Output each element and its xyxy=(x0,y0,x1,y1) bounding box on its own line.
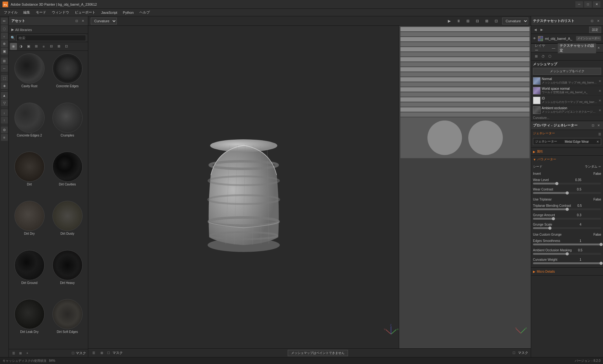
list-item[interactable]: Concrete Edges xyxy=(49,53,85,101)
parameters-section-header[interactable]: ▼ パラメーター xyxy=(533,156,601,163)
param-triplanar-contrast-track[interactable] xyxy=(533,208,601,210)
menu-help[interactable]: ヘルプ xyxy=(137,9,152,15)
tex-settings-btn[interactable]: 設定 xyxy=(589,27,601,33)
asset-half-circle[interactable]: ◑ xyxy=(18,43,24,50)
param-wear-level-track[interactable] xyxy=(533,183,601,185)
tex-nav-forward[interactable]: ▶ xyxy=(539,27,544,32)
normal-map-close[interactable]: ✕ xyxy=(599,79,601,83)
asset-extra[interactable]: ⊡ xyxy=(63,43,70,50)
ao-map-close[interactable]: ✕ xyxy=(599,109,601,112)
viewport-2d-btn[interactable]: ⊟ xyxy=(474,18,481,24)
list-item[interactable]: Dirt Heavy xyxy=(49,250,85,297)
tex-nav-back[interactable]: ◀ xyxy=(533,27,538,32)
export-btn[interactable]: ↑ xyxy=(1,117,8,124)
micro-details-header[interactable]: ▶ Micro Details xyxy=(533,268,601,275)
menu-mode[interactable]: モード xyxy=(33,9,49,15)
asset-list-btn[interactable]: ☰ xyxy=(11,351,16,356)
tex-set-item[interactable]: 👁 mt_obj_barrel_A_ メインシェーダー xyxy=(531,34,603,43)
param-grunge-scale-track[interactable] xyxy=(533,227,601,229)
viewport-layout-btn[interactable]: ⊡ xyxy=(493,18,500,24)
import-btn[interactable]: ↓ xyxy=(1,109,8,116)
list-item[interactable]: Dirt Ground xyxy=(11,250,47,297)
id-map-close[interactable]: ✕ xyxy=(599,99,601,102)
bake-button[interactable]: メッシュマップをベイク xyxy=(533,68,601,75)
smudge-tool[interactable]: ⬦ xyxy=(1,33,8,40)
search-input[interactable] xyxy=(16,35,86,41)
param-curvature-weight-track[interactable] xyxy=(533,262,601,264)
param-wear-contrast-track[interactable] xyxy=(533,192,601,194)
minimize-button[interactable]: ─ xyxy=(575,1,583,8)
asset-list-view[interactable]: ≡ xyxy=(40,43,47,50)
viewport-3d-btn[interactable]: ⊞ xyxy=(464,18,471,24)
list-item[interactable]: Dirt Soft Edges xyxy=(49,299,85,346)
prop-panel-dock[interactable]: ⊡ xyxy=(590,123,595,128)
prop-panel-close[interactable]: ✕ xyxy=(596,123,601,128)
color-picker[interactable]: ⬚ xyxy=(1,75,8,82)
ws-normal-map-close[interactable]: ✕ xyxy=(599,89,601,93)
fill-tool[interactable]: ▣ xyxy=(1,48,8,55)
settings-tool[interactable]: ⚙ xyxy=(1,126,8,133)
list-item[interactable]: Dirt Dry xyxy=(11,201,47,248)
layer-ctrl-cube[interactable]: ⬡ xyxy=(547,53,553,60)
layer-tab-close[interactable]: ✕ xyxy=(597,46,600,50)
attributes-section-header[interactable]: ▶ 属性 xyxy=(533,148,601,155)
layer-down[interactable]: ▽ xyxy=(1,99,8,106)
asset-detail-view[interactable]: ⊠ xyxy=(55,43,62,50)
generator-list-btn[interactable]: ☰ xyxy=(598,132,601,136)
curvature-dropdown-left[interactable]: Curvature xyxy=(91,18,117,24)
clone-tool[interactable]: ⊕ xyxy=(1,40,8,47)
texture-set-settings-tab[interactable]: テクスチャセットの設定 xyxy=(558,43,596,53)
curvature-dropdown-right[interactable]: Curvature xyxy=(502,18,528,24)
asset-texture-view[interactable]: ⊞ xyxy=(33,43,40,50)
close-button[interactable]: ✕ xyxy=(593,1,600,8)
list-item[interactable]: Dirt xyxy=(11,152,47,199)
menu-edit[interactable]: 編集 xyxy=(21,9,33,15)
stripe-row xyxy=(400,72,530,77)
param-grunge-amount-track[interactable] xyxy=(533,218,601,220)
tex-set-dock[interactable]: ⊡ xyxy=(589,18,595,24)
menu-python[interactable]: Python xyxy=(120,10,136,15)
menu-javascript[interactable]: JavaScript xyxy=(99,10,120,15)
asset-circle-view[interactable]: ◉ xyxy=(10,43,17,50)
asset-add-btn[interactable]: + xyxy=(24,351,30,356)
viewport-split-btn[interactable]: ⊠ xyxy=(483,18,490,24)
bottom-grid-btn[interactable]: ⊞ xyxy=(99,350,105,356)
bottom-list-btn[interactable]: ☰ xyxy=(91,350,96,356)
layer-tab[interactable]: レイヤー xyxy=(533,43,549,53)
layer-up[interactable]: ▲ xyxy=(1,92,8,99)
generator-close-btn[interactable]: ✕ xyxy=(596,140,599,143)
param-edges-smoothness-track[interactable] xyxy=(533,244,601,245)
viewport-3d-main[interactable]: X Y Z xyxy=(88,26,399,348)
eraser-tool[interactable]: ◌ xyxy=(1,25,8,32)
asset-grid-view[interactable]: ⊟ xyxy=(48,43,55,50)
param-ao-masking-track[interactable] xyxy=(533,253,601,255)
window-controls[interactable]: ─ □ ✕ xyxy=(575,1,600,8)
asset-square-view[interactable]: ▣ xyxy=(25,43,32,50)
asset-grid-btn[interactable]: ⊞ xyxy=(18,351,23,356)
list-item[interactable]: Dirt Dusty xyxy=(49,201,85,248)
param-seed-edit[interactable]: ✏ xyxy=(599,165,601,168)
asset-panel-close[interactable]: ✕ xyxy=(80,19,85,24)
menu-window[interactable]: ウィンドウ xyxy=(49,9,72,15)
material-picker[interactable]: ◈ xyxy=(1,82,8,89)
layer-ctrl-clock[interactable]: ⏱ xyxy=(540,53,546,60)
extra-tool[interactable]: ≡ xyxy=(1,134,8,141)
selection-tool[interactable]: ⊞ xyxy=(1,57,8,64)
list-item[interactable]: Dirt Leak Dry xyxy=(11,299,47,346)
list-item[interactable]: Dirt Cavities xyxy=(49,152,85,199)
tex-set-close[interactable]: ✕ xyxy=(595,18,601,24)
viewport-play-btn[interactable]: ▶ xyxy=(446,18,453,24)
list-item[interactable]: Concrete Edges 2 xyxy=(11,103,47,150)
breadcrumb-text[interactable]: All libraries xyxy=(15,28,32,32)
list-item[interactable]: Crumples xyxy=(49,103,85,150)
list-item[interactable]: Cavity Rust xyxy=(11,53,47,101)
maximize-button[interactable]: □ xyxy=(584,1,592,8)
asset-panel-dock[interactable]: ⊡ xyxy=(74,19,79,24)
viewport-pause-btn[interactable]: ⏸ xyxy=(455,18,462,24)
paint-tool[interactable]: ✏ xyxy=(1,18,8,24)
layer-ctrl-grid[interactable]: ⊞ xyxy=(533,53,539,60)
param-grunge-scale-row: Grunge Scale 4 xyxy=(533,222,601,227)
menu-file[interactable]: ファイル xyxy=(1,9,20,15)
transform-tool[interactable]: ↔ xyxy=(1,65,8,72)
menu-viewport[interactable]: ビューポート xyxy=(72,9,98,15)
